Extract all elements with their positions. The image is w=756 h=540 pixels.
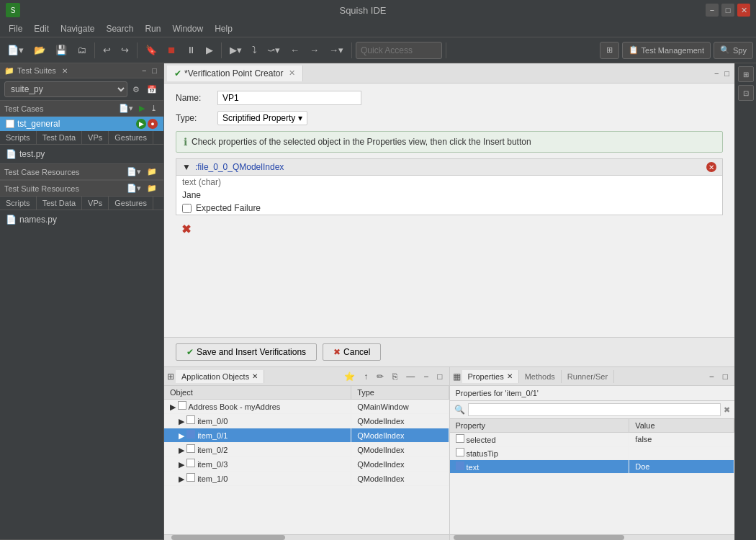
prop-cb-2[interactable] (456, 462, 464, 470)
suite-add-btn[interactable]: 📅 (145, 84, 159, 95)
sr-file-names-py[interactable]: 📄 names.py (3, 213, 161, 226)
ao-cb-2[interactable] (186, 430, 195, 438)
sr-add-btn[interactable]: 📄▾ (125, 183, 143, 194)
test-case-tst-general[interactable]: tst_general ▶ ● (0, 117, 163, 131)
prop-cb-0[interactable] (456, 434, 464, 443)
ao-row-1[interactable]: ▶ item_0/0 QModelIndex (164, 414, 449, 428)
menu-window[interactable]: Window (166, 22, 209, 35)
props-scrollbar[interactable] (450, 534, 735, 540)
ao-row-4[interactable]: ▶ item_0/3 QModelIndex (164, 457, 449, 472)
test-suites-maximize[interactable]: □ (150, 66, 159, 76)
sr-import-btn[interactable]: 📁 (145, 183, 159, 194)
props-maximize-btn[interactable]: □ (719, 370, 732, 383)
props-search-input[interactable] (468, 403, 721, 416)
ao-scrollbar[interactable] (164, 534, 449, 540)
sr-tab-vps[interactable]: VPs (82, 197, 109, 210)
open-button[interactable]: 📂 (30, 40, 50, 60)
sr-tab-scripts[interactable]: Scripts (0, 197, 37, 210)
tc-res-import-btn[interactable]: 📁 (145, 166, 159, 177)
prop-row-0[interactable]: selected false (450, 433, 734, 446)
prop-row-2[interactable]: text Doe (450, 460, 734, 474)
ao-del-btn[interactable]: — (402, 370, 418, 383)
vp-cancel-button[interactable]: ✖ Cancel (323, 343, 381, 361)
props-scrollbar-thumb[interactable] (454, 535, 624, 540)
stop-button[interactable]: ⏹ (163, 40, 181, 60)
vp-prop-arrow[interactable]: ▼ (182, 162, 191, 172)
tab-test-data[interactable]: Test Data (37, 131, 82, 144)
ao-cb-5[interactable] (186, 473, 195, 482)
undo-button[interactable]: ↩ (99, 40, 115, 60)
runner-tab[interactable]: Runner/Ser (562, 370, 614, 383)
menu-help[interactable]: Help (209, 22, 238, 35)
tab-gestures[interactable]: Gestures (109, 131, 153, 144)
tc-file-test-py[interactable]: 📄 test.py (3, 148, 161, 161)
vp-name-input[interactable] (217, 91, 361, 105)
ao-cb-1[interactable] (186, 415, 195, 424)
tc-import-btn[interactable]: ⤓ (148, 103, 159, 114)
vp-tab[interactable]: ✔ *Verification Point Creator ✕ (167, 66, 303, 81)
redo-button[interactable]: ↪ (117, 40, 133, 60)
play-button[interactable]: ▶▾ (225, 40, 246, 60)
test-suites-close[interactable]: ✕ (62, 67, 68, 75)
ao-row-2[interactable]: ▶ item_0/1 QModelIndex (164, 428, 449, 443)
suite-config-btn[interactable]: ⚙ (130, 84, 142, 95)
sr-tab-gestures[interactable]: Gestures (109, 197, 153, 210)
vp-tab-close[interactable]: ✕ (289, 68, 295, 78)
tc-run-btn[interactable]: ▶ (137, 103, 147, 114)
nav-fwd-button[interactable]: → (305, 40, 323, 60)
quick-access-input[interactable] (356, 42, 442, 59)
suite-dropdown[interactable]: suite_py (4, 81, 127, 97)
spy-button[interactable]: 🔍 Spy (714, 42, 753, 59)
vp-prop-delete[interactable]: ✕ (706, 162, 716, 172)
prop-row-1[interactable]: statusTip (450, 446, 734, 460)
menu-edit[interactable]: Edit (28, 22, 55, 35)
ao-tab-close[interactable]: ✕ (252, 372, 258, 380)
tc-new-btn[interactable]: 📄▾ (117, 103, 135, 114)
vp-add-property-btn[interactable]: ✖ (176, 221, 723, 238)
ao-expand-2[interactable]: ▶ (179, 431, 184, 440)
vp-minimize-btn[interactable]: − (712, 68, 721, 78)
menu-file[interactable]: File (3, 22, 28, 35)
ao-maximize-btn[interactable]: □ (433, 370, 446, 383)
perspective-button[interactable]: ⊞ (600, 42, 619, 59)
nav-back-button[interactable]: ← (286, 40, 304, 60)
tc-stop-icon[interactable]: ● (148, 119, 158, 129)
run-button[interactable]: ▶ (202, 40, 217, 60)
sr-tab-test-data[interactable]: Test Data (37, 197, 82, 210)
tab-vps[interactable]: VPs (82, 131, 109, 144)
new-button[interactable]: 📄▾ (3, 40, 28, 60)
vp-expected-failure-cb[interactable] (182, 204, 192, 213)
nav-next-button[interactable]: →▾ (325, 40, 348, 60)
bookmark-button[interactable]: 🔖 (141, 40, 161, 60)
tab-scripts[interactable]: Scripts (0, 131, 37, 144)
tc-res-add-btn[interactable]: 📄▾ (125, 166, 143, 177)
step-over-button[interactable]: ⤻▾ (263, 40, 284, 60)
ao-star-btn[interactable]: ⭐ (341, 370, 359, 383)
close-button[interactable]: ✕ (737, 4, 750, 17)
ao-expand-3[interactable]: ▶ (179, 446, 184, 454)
tc-checkbox[interactable] (6, 120, 14, 128)
save-button[interactable]: 💾 (51, 40, 71, 60)
minimize-button[interactable]: − (706, 4, 719, 17)
tc-play-icon[interactable]: ▶ (136, 119, 146, 129)
props-minimize-btn[interactable]: − (706, 370, 718, 383)
ao-expand-0[interactable]: ▶ (170, 402, 176, 411)
menu-navigate[interactable]: Navigate (55, 22, 100, 35)
props-tab[interactable]: Properties ✕ (462, 370, 519, 383)
maximize-button[interactable]: □ (721, 4, 734, 17)
ao-row-3[interactable]: ▶ item_0/2 QModelIndex (164, 443, 449, 457)
test-suites-minimize[interactable]: − (140, 66, 148, 76)
vp-save-button[interactable]: ✔ Save and Insert Verifications (176, 343, 317, 361)
step-button[interactable]: ⤵ (248, 40, 261, 60)
rs-btn-2[interactable]: ⊡ (738, 85, 754, 101)
vp-maximize-btn[interactable]: □ (722, 68, 732, 78)
ao-expand-1[interactable]: ▶ (179, 417, 184, 426)
ao-copy-btn[interactable]: ⎘ (389, 370, 401, 383)
props-search-clear[interactable]: ✖ (724, 405, 730, 415)
save-all-button[interactable]: 🗂 (73, 40, 91, 60)
test-management-button[interactable]: 📋 Test Management (622, 42, 711, 59)
menu-run[interactable]: Run (139, 22, 166, 35)
props-tab-close[interactable]: ✕ (507, 372, 513, 380)
ao-expand-5[interactable]: ▶ (179, 474, 184, 483)
menu-search[interactable]: Search (100, 22, 139, 35)
